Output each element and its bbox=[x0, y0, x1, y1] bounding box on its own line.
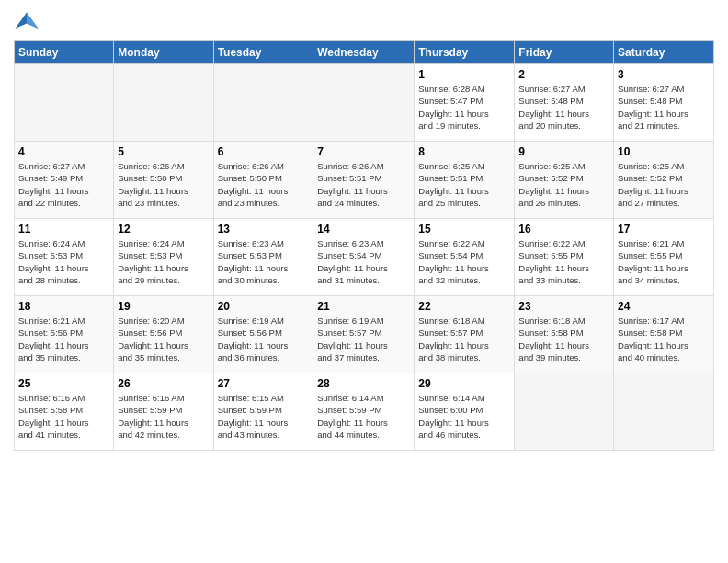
column-header-thursday: Thursday bbox=[415, 41, 515, 64]
header-row: SundayMondayTuesdayWednesdayThursdayFrid… bbox=[15, 41, 714, 64]
day-number: 14 bbox=[317, 223, 410, 236]
day-number: 22 bbox=[418, 300, 510, 313]
calendar-cell: 6Sunrise: 6:26 AM Sunset: 5:50 PM Daylig… bbox=[213, 142, 313, 219]
calendar-table: SundayMondayTuesdayWednesdayThursdayFrid… bbox=[14, 40, 714, 451]
day-info: Sunrise: 6:26 AM Sunset: 5:51 PM Dayligh… bbox=[317, 160, 410, 209]
day-info: Sunrise: 6:27 AM Sunset: 5:49 PM Dayligh… bbox=[18, 160, 109, 209]
calendar-week-3: 18Sunrise: 6:21 AM Sunset: 5:56 PM Dayli… bbox=[15, 296, 714, 373]
day-info: Sunrise: 6:25 AM Sunset: 5:52 PM Dayligh… bbox=[618, 160, 710, 209]
calendar-cell: 4Sunrise: 6:27 AM Sunset: 5:49 PM Daylig… bbox=[15, 142, 114, 219]
calendar-cell: 14Sunrise: 6:23 AM Sunset: 5:54 PM Dayli… bbox=[313, 219, 415, 296]
main-container: SundayMondayTuesdayWednesdayThursdayFrid… bbox=[0, 0, 728, 460]
day-info: Sunrise: 6:23 AM Sunset: 5:54 PM Dayligh… bbox=[317, 237, 410, 286]
day-number: 1 bbox=[418, 68, 510, 81]
day-number: 17 bbox=[618, 223, 710, 236]
day-info: Sunrise: 6:25 AM Sunset: 5:51 PM Dayligh… bbox=[418, 160, 510, 209]
calendar-cell: 18Sunrise: 6:21 AM Sunset: 5:56 PM Dayli… bbox=[15, 296, 114, 373]
day-info: Sunrise: 6:14 AM Sunset: 6:00 PM Dayligh… bbox=[418, 392, 510, 441]
calendar-week-0: 1Sunrise: 6:28 AM Sunset: 5:47 PM Daylig… bbox=[15, 64, 714, 142]
day-number: 15 bbox=[418, 223, 510, 236]
day-info: Sunrise: 6:21 AM Sunset: 5:56 PM Dayligh… bbox=[18, 315, 109, 363]
calendar-cell: 21Sunrise: 6:19 AM Sunset: 5:57 PM Dayli… bbox=[313, 296, 415, 373]
calendar-cell: 17Sunrise: 6:21 AM Sunset: 5:55 PM Dayli… bbox=[614, 219, 714, 296]
day-number: 26 bbox=[118, 377, 209, 390]
column-header-tuesday: Tuesday bbox=[213, 41, 313, 64]
calendar-cell: 13Sunrise: 6:23 AM Sunset: 5:53 PM Dayli… bbox=[213, 219, 313, 296]
calendar-cell: 16Sunrise: 6:22 AM Sunset: 5:55 PM Dayli… bbox=[515, 219, 614, 296]
calendar-cell: 5Sunrise: 6:26 AM Sunset: 5:50 PM Daylig… bbox=[114, 142, 213, 219]
day-info: Sunrise: 6:23 AM Sunset: 5:53 PM Dayligh… bbox=[218, 237, 310, 286]
day-info: Sunrise: 6:27 AM Sunset: 5:48 PM Dayligh… bbox=[618, 83, 710, 132]
column-header-saturday: Saturday bbox=[614, 41, 714, 64]
calendar-cell bbox=[114, 64, 213, 142]
day-number: 9 bbox=[518, 145, 609, 158]
day-info: Sunrise: 6:17 AM Sunset: 5:58 PM Dayligh… bbox=[618, 315, 710, 363]
calendar-cell: 24Sunrise: 6:17 AM Sunset: 5:58 PM Dayli… bbox=[614, 296, 714, 373]
calendar-cell: 2Sunrise: 6:27 AM Sunset: 5:48 PM Daylig… bbox=[515, 64, 614, 142]
calendar-cell: 22Sunrise: 6:18 AM Sunset: 5:57 PM Dayli… bbox=[415, 296, 515, 373]
calendar-cell bbox=[313, 64, 415, 142]
calendar-cell: 9Sunrise: 6:25 AM Sunset: 5:52 PM Daylig… bbox=[515, 142, 614, 219]
column-header-sunday: Sunday bbox=[15, 41, 114, 64]
calendar-cell: 25Sunrise: 6:16 AM Sunset: 5:58 PM Dayli… bbox=[15, 373, 114, 451]
column-header-monday: Monday bbox=[114, 41, 213, 64]
day-number: 27 bbox=[218, 377, 310, 390]
calendar-cell: 7Sunrise: 6:26 AM Sunset: 5:51 PM Daylig… bbox=[313, 142, 415, 219]
day-number: 2 bbox=[518, 68, 609, 81]
day-number: 7 bbox=[317, 145, 410, 158]
day-number: 23 bbox=[518, 300, 609, 313]
day-number: 21 bbox=[317, 300, 410, 313]
day-info: Sunrise: 6:22 AM Sunset: 5:55 PM Dayligh… bbox=[518, 237, 609, 286]
logo bbox=[14, 9, 43, 35]
day-number: 18 bbox=[18, 300, 109, 313]
calendar-cell: 23Sunrise: 6:18 AM Sunset: 5:58 PM Dayli… bbox=[515, 296, 614, 373]
day-number: 28 bbox=[317, 377, 410, 390]
calendar-cell: 27Sunrise: 6:15 AM Sunset: 5:59 PM Dayli… bbox=[213, 373, 313, 451]
day-number: 6 bbox=[218, 145, 310, 158]
day-info: Sunrise: 6:27 AM Sunset: 5:48 PM Dayligh… bbox=[518, 83, 609, 132]
day-number: 24 bbox=[618, 300, 710, 313]
day-info: Sunrise: 6:22 AM Sunset: 5:54 PM Dayligh… bbox=[418, 237, 510, 286]
day-info: Sunrise: 6:21 AM Sunset: 5:55 PM Dayligh… bbox=[618, 237, 710, 286]
day-number: 16 bbox=[518, 223, 609, 236]
day-number: 13 bbox=[218, 223, 310, 236]
calendar-cell: 12Sunrise: 6:24 AM Sunset: 5:53 PM Dayli… bbox=[114, 219, 213, 296]
calendar-cell: 8Sunrise: 6:25 AM Sunset: 5:51 PM Daylig… bbox=[415, 142, 515, 219]
day-number: 4 bbox=[18, 145, 109, 158]
calendar-cell: 10Sunrise: 6:25 AM Sunset: 5:52 PM Dayli… bbox=[614, 142, 714, 219]
day-info: Sunrise: 6:28 AM Sunset: 5:47 PM Dayligh… bbox=[418, 83, 510, 132]
svg-marker-1 bbox=[27, 13, 39, 29]
day-number: 20 bbox=[218, 300, 310, 313]
calendar-cell: 19Sunrise: 6:20 AM Sunset: 5:56 PM Dayli… bbox=[114, 296, 213, 373]
day-info: Sunrise: 6:19 AM Sunset: 5:57 PM Dayligh… bbox=[317, 315, 410, 363]
calendar-cell: 1Sunrise: 6:28 AM Sunset: 5:47 PM Daylig… bbox=[415, 64, 515, 142]
day-info: Sunrise: 6:15 AM Sunset: 5:59 PM Dayligh… bbox=[218, 392, 310, 441]
calendar-cell: 11Sunrise: 6:24 AM Sunset: 5:53 PM Dayli… bbox=[15, 219, 114, 296]
calendar-cell bbox=[614, 373, 714, 451]
day-info: Sunrise: 6:14 AM Sunset: 5:59 PM Dayligh… bbox=[317, 392, 410, 441]
day-info: Sunrise: 6:26 AM Sunset: 5:50 PM Dayligh… bbox=[118, 160, 209, 209]
day-info: Sunrise: 6:18 AM Sunset: 5:57 PM Dayligh… bbox=[418, 315, 510, 363]
day-info: Sunrise: 6:19 AM Sunset: 5:56 PM Dayligh… bbox=[218, 315, 310, 363]
day-info: Sunrise: 6:25 AM Sunset: 5:52 PM Dayligh… bbox=[518, 160, 609, 209]
day-number: 11 bbox=[18, 223, 109, 236]
header-row bbox=[14, 9, 714, 35]
calendar-cell: 26Sunrise: 6:16 AM Sunset: 5:59 PM Dayli… bbox=[114, 373, 213, 451]
calendar-cell: 28Sunrise: 6:14 AM Sunset: 5:59 PM Dayli… bbox=[313, 373, 415, 451]
calendar-cell bbox=[213, 64, 313, 142]
day-number: 29 bbox=[418, 377, 510, 390]
calendar-cell: 29Sunrise: 6:14 AM Sunset: 6:00 PM Dayli… bbox=[415, 373, 515, 451]
logo-icon bbox=[14, 9, 40, 35]
day-info: Sunrise: 6:16 AM Sunset: 5:58 PM Dayligh… bbox=[18, 392, 109, 441]
day-info: Sunrise: 6:16 AM Sunset: 5:59 PM Dayligh… bbox=[118, 392, 209, 441]
day-number: 10 bbox=[618, 145, 710, 158]
day-number: 8 bbox=[418, 145, 510, 158]
day-number: 5 bbox=[118, 145, 209, 158]
day-number: 25 bbox=[18, 377, 109, 390]
day-info: Sunrise: 6:18 AM Sunset: 5:58 PM Dayligh… bbox=[518, 315, 609, 363]
day-info: Sunrise: 6:24 AM Sunset: 5:53 PM Dayligh… bbox=[118, 237, 209, 286]
day-number: 19 bbox=[118, 300, 209, 313]
day-info: Sunrise: 6:24 AM Sunset: 5:53 PM Dayligh… bbox=[18, 237, 109, 286]
calendar-cell: 20Sunrise: 6:19 AM Sunset: 5:56 PM Dayli… bbox=[213, 296, 313, 373]
calendar-week-4: 25Sunrise: 6:16 AM Sunset: 5:58 PM Dayli… bbox=[15, 373, 714, 451]
